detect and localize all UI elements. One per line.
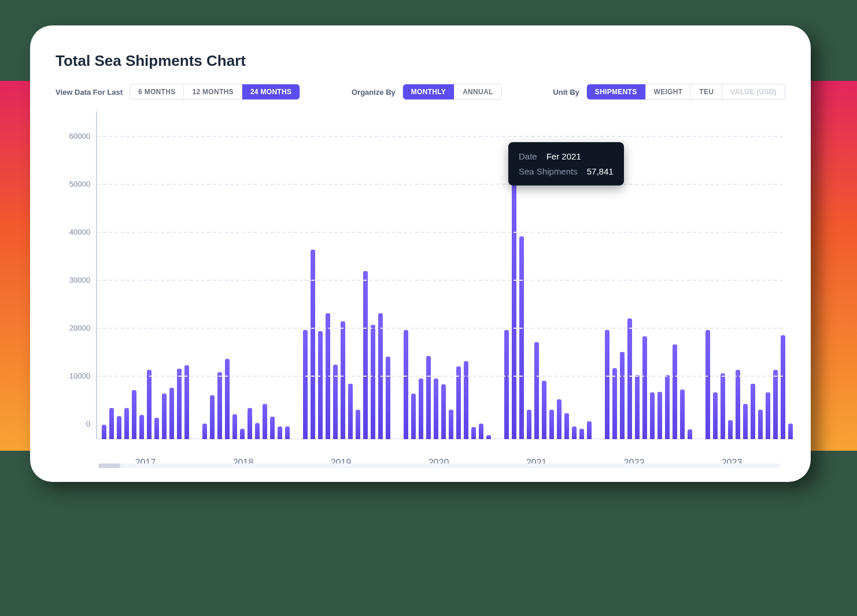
bar-2017-5[interactable] (132, 390, 136, 439)
bar-2021-10[interactable] (572, 426, 577, 439)
bar-2020-12[interactable] (486, 435, 491, 439)
organize-option-annual[interactable]: ANNUAL (454, 84, 501, 99)
bar-2018-8[interactable] (255, 423, 260, 439)
bar-2022-1[interactable] (605, 330, 609, 439)
bar-2018-11[interactable] (278, 426, 282, 439)
bar-2022-9[interactable] (665, 375, 670, 439)
bar-2021-7[interactable] (549, 410, 554, 440)
y-tick-label: 30000 (56, 275, 90, 284)
bar-2023-4[interactable] (728, 420, 733, 439)
chart-scrollbar-thumb[interactable] (98, 463, 120, 468)
bar-2023-2[interactable] (713, 392, 718, 439)
bar-2023-3[interactable] (721, 373, 725, 439)
bar-2020-5[interactable] (434, 378, 438, 439)
bar-2019-12[interactable] (386, 357, 390, 439)
bar-2018-2[interactable] (210, 395, 215, 439)
bar-2023-8[interactable] (758, 410, 763, 440)
bar-2020-11[interactable] (479, 424, 483, 439)
bar-2018-12[interactable] (285, 426, 290, 439)
chart-area: 0100002000030000400005000060000 20172018… (56, 112, 785, 466)
chart-scrollbar-track[interactable] (98, 463, 781, 468)
bar-2017-2[interactable] (109, 408, 114, 439)
bar-2021-2[interactable] (512, 161, 516, 439)
bar-2017-3[interactable] (117, 416, 121, 439)
bar-group-2019 (303, 250, 390, 439)
bar-2019-2[interactable] (311, 250, 315, 439)
bar-2018-10[interactable] (270, 417, 275, 439)
unit-option-weight[interactable]: WEIGHT (645, 84, 691, 99)
gridline (97, 376, 783, 377)
bar-2022-5[interactable] (635, 375, 640, 439)
bar-2019-1[interactable] (303, 330, 308, 439)
bar-2023-7[interactable] (751, 384, 755, 439)
unit-option-shipments[interactable]: SHIPMENTS (587, 84, 645, 99)
view-range-option-24-months[interactable]: 24 MONTHS (242, 84, 300, 99)
bar-2019-7[interactable] (348, 384, 353, 439)
bar-2017-8[interactable] (154, 418, 159, 439)
bar-2023-11[interactable] (781, 335, 785, 439)
bar-2018-1[interactable] (202, 424, 207, 439)
bar-2018-9[interactable] (263, 404, 267, 439)
bar-2022-3[interactable] (620, 352, 625, 439)
bar-2017-11[interactable] (177, 369, 182, 439)
bar-2020-10[interactable] (471, 427, 476, 439)
bar-2017-10[interactable] (169, 388, 174, 439)
bar-2019-10[interactable] (371, 325, 375, 439)
bar-2022-2[interactable] (612, 368, 617, 439)
bar-2017-6[interactable] (139, 415, 144, 439)
bar-2023-9[interactable] (766, 392, 770, 439)
bar-group-2020 (404, 330, 491, 439)
tooltip-date-key: Date (519, 149, 537, 164)
bar-2023-10[interactable] (773, 370, 778, 439)
bar-2017-1[interactable] (102, 425, 106, 439)
bar-2022-11[interactable] (680, 389, 685, 439)
bar-2017-4[interactable] (124, 408, 129, 439)
bar-2022-4[interactable] (627, 318, 632, 439)
bar-2023-5[interactable] (736, 370, 740, 439)
bar-2018-4[interactable] (225, 359, 230, 439)
bar-2022-7[interactable] (650, 392, 655, 439)
bar-2017-7[interactable] (147, 370, 152, 439)
bar-2023-12[interactable] (788, 424, 793, 439)
bar-2017-9[interactable] (162, 394, 167, 439)
unit-option-value-usd-[interactable]: VALUE (USD) (722, 84, 785, 99)
unit-option-teu[interactable]: TEU (690, 84, 722, 99)
bar-2021-6[interactable] (542, 381, 546, 439)
bar-2020-2[interactable] (411, 394, 416, 439)
bar-2023-1[interactable] (705, 330, 710, 439)
bar-2019-3[interactable] (318, 331, 323, 439)
view-range-option-6-months[interactable]: 6 MONTHS (130, 84, 183, 99)
bar-2020-6[interactable] (441, 384, 446, 439)
bar-2021-4[interactable] (527, 410, 531, 440)
bar-2022-10[interactable] (673, 344, 677, 439)
bar-2022-12[interactable] (688, 429, 692, 439)
bar-2021-1[interactable] (504, 330, 509, 439)
view-range-option-12-months[interactable]: 12 MONTHS (183, 84, 241, 99)
bar-2021-12[interactable] (587, 421, 592, 439)
bar-2018-7[interactable] (248, 408, 252, 439)
bar-2021-8[interactable] (557, 399, 562, 439)
bar-2023-6[interactable] (743, 404, 748, 439)
bar-2019-6[interactable] (341, 321, 345, 439)
gridline (97, 328, 783, 329)
bar-2020-1[interactable] (404, 330, 408, 439)
bar-2021-5[interactable] (534, 342, 539, 439)
bar-2018-5[interactable] (232, 414, 237, 439)
bar-2021-3[interactable] (519, 236, 524, 439)
bar-2018-3[interactable] (217, 372, 222, 439)
y-axis: 0100002000030000400005000060000 (56, 112, 96, 439)
bar-2022-8[interactable] (657, 392, 662, 439)
bar-2018-6[interactable] (240, 429, 245, 439)
bar-2021-9[interactable] (564, 413, 569, 439)
plot-area[interactable] (97, 112, 783, 439)
bar-2020-3[interactable] (419, 378, 423, 439)
organize-option-monthly[interactable]: MONTHLY (403, 84, 454, 99)
bar-2020-7[interactable] (449, 410, 453, 440)
bar-2019-8[interactable] (356, 410, 360, 440)
bar-2020-8[interactable] (456, 366, 461, 439)
bar-2020-4[interactable] (426, 356, 431, 439)
bar-2022-6[interactable] (642, 336, 647, 439)
bar-2021-11[interactable] (579, 429, 584, 439)
bar-2019-9[interactable] (363, 271, 368, 439)
bar-2020-9[interactable] (464, 361, 468, 439)
